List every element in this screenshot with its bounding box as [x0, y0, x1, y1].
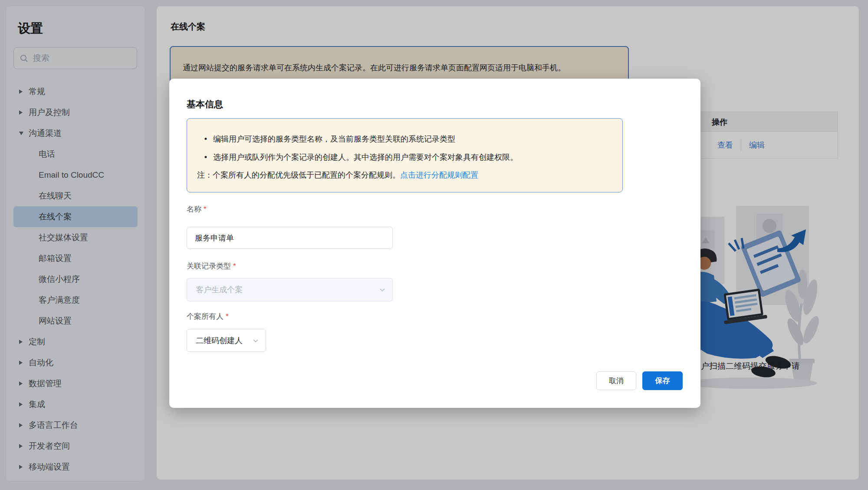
required-asterisk: *	[204, 205, 207, 213]
bullet-icon: •	[187, 130, 213, 148]
required-asterisk: *	[233, 262, 236, 270]
notice-bullet-1: • 编辑用户可选择的服务类型名称，及当前服务类型关联的系统记录类型	[187, 130, 609, 148]
chevron-down-icon	[252, 337, 260, 344]
case-owner-field-label: 个案所有人*	[187, 311, 229, 321]
modal-title: 基本信息	[187, 98, 223, 110]
chevron-down-icon	[378, 286, 386, 294]
record-type-field-label: 关联记录类型*	[187, 261, 236, 271]
name-field-label: 名称*	[187, 204, 207, 214]
notice-bullet-2: • 选择用户或队列作为个案记录的创建人。其中选择的用户需要对个案对象具有创建权限…	[187, 148, 609, 166]
basic-info-modal: 基本信息 • 编辑用户可选择的服务类型名称，及当前服务类型关联的系统记录类型 •…	[169, 79, 700, 408]
notice-note: 注：个案所有人的分配优先级低于已配置的个案分配规则。点击进行分配规则配置	[187, 166, 609, 184]
record-type-select: 客户生成个案	[187, 278, 393, 301]
required-asterisk: *	[226, 312, 229, 321]
notice-box: • 编辑用户可选择的服务类型名称，及当前服务类型关联的系统记录类型 • 选择用户…	[187, 118, 623, 192]
bullet-icon: •	[187, 148, 213, 166]
assignment-rule-config-link[interactable]: 点击进行分配规则配置	[400, 171, 478, 179]
cancel-button[interactable]: 取消	[596, 371, 636, 390]
save-button[interactable]: 保存	[642, 371, 683, 390]
case-owner-select[interactable]: 二维码创建人	[187, 329, 266, 352]
name-input[interactable]	[187, 227, 393, 249]
